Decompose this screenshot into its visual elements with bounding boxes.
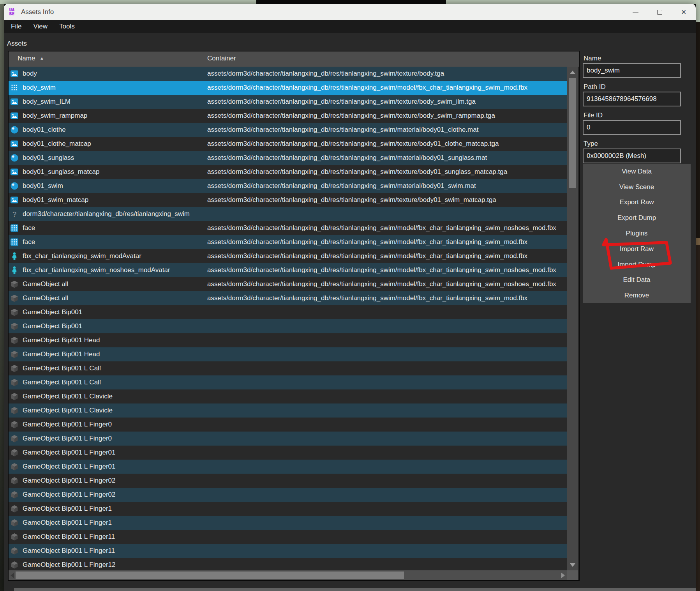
window-bottom-scrollbar[interactable] (14, 588, 696, 591)
table-row[interactable]: GameObject Bip001 L Finger12 (9, 558, 567, 570)
table-row[interactable]: body_swim_rampmap assets/dorm3d/characte… (9, 109, 567, 123)
table-row[interactable]: GameObject Bip001 L Finger01 (9, 446, 567, 460)
table-row[interactable]: body assets/dorm3d/character/tianlangxin… (9, 67, 567, 81)
table-row[interactable]: fbx_char_tianlangxing_swim_modAvatar ass… (9, 249, 567, 263)
table-row[interactable]: body_swim assets/dorm3d/character/tianla… (9, 81, 567, 95)
menu-view[interactable]: View (31, 22, 49, 31)
type-input[interactable] (583, 149, 681, 163)
gameobject-cube-icon (10, 518, 19, 527)
table-row[interactable]: GameObject Bip001 L Finger1 (9, 502, 567, 516)
plugins-button[interactable]: Plugins (583, 226, 691, 241)
field-group-type: Type (583, 140, 681, 163)
export-raw-button[interactable]: Export Raw (583, 195, 691, 211)
gameobject-cube-icon (10, 448, 19, 457)
remove-button[interactable]: Remove (583, 288, 691, 303)
table-row[interactable]: GameObject Bip001 Head (9, 333, 567, 347)
table-row[interactable]: face assets/dorm3d/character/tianlangxin… (9, 221, 567, 235)
gameobject-cube-icon (10, 547, 19, 555)
asset-name: body01_swim (23, 179, 63, 193)
menu-file[interactable]: File (9, 22, 23, 31)
table-row[interactable]: body01_clothe_matcap assets/dorm3d/chara… (9, 137, 567, 151)
gameobject-cube-icon (10, 490, 19, 499)
maximize-button[interactable] (647, 4, 672, 20)
edit-data-button[interactable]: Edit Data (583, 272, 691, 288)
table-row[interactable]: GameObject Bip001 (9, 305, 567, 319)
minimize-icon (633, 12, 638, 12)
table-row[interactable]: body01_sunglass_matcap assets/dorm3d/cha… (9, 165, 567, 179)
asset-name: fbx_char_tianlangxing_swim_modAvatar (23, 249, 141, 263)
table-row[interactable]: ? dorm3d/character/tianlangxing_db/res/t… (9, 207, 567, 221)
table-row[interactable]: GameObject Bip001 L Finger02 (9, 474, 567, 488)
table-row[interactable]: GameObject Bip001 L Finger0 (9, 432, 567, 446)
table-row[interactable]: GameObject Bip001 L Finger1 (9, 516, 567, 530)
gameobject-cube-icon (10, 336, 19, 345)
view-scene-button[interactable]: View Scene (583, 179, 691, 195)
vertical-scrollbar-thumb[interactable] (569, 78, 576, 188)
asset-name: body (23, 67, 37, 81)
table-row[interactable]: body01_swim assets/dorm3d/character/tian… (9, 179, 567, 193)
column-header-name[interactable]: Name (18, 55, 35, 62)
table-row[interactable]: GameObject Bip001 L Finger11 (9, 544, 567, 558)
asset-name: body_swim_ILM (23, 95, 71, 109)
desktop-background-right (696, 4, 700, 591)
menu-tools[interactable]: Tools (57, 22, 77, 31)
table-row[interactable]: GameObject all assets/dorm3d/character/t… (9, 277, 567, 291)
gameobject-cube-icon (10, 434, 19, 443)
table-row[interactable]: GameObject Bip001 L Clavicle (9, 389, 567, 403)
asset-name: body01_sunglass_matcap (23, 165, 100, 179)
export-dump-button[interactable]: Export Dump (583, 210, 691, 226)
view-data-button[interactable]: View Data (583, 164, 691, 179)
table-row[interactable]: face assets/dorm3d/character/tianlangxin… (9, 235, 567, 249)
table-row[interactable]: GameObject Bip001 Head (9, 347, 567, 361)
table-row[interactable]: GameObject Bip001 L Finger01 (9, 460, 567, 474)
column-header-container[interactable]: Container (207, 55, 236, 62)
texture-image-icon (10, 168, 19, 176)
table-row[interactable]: body01_swim_matcap assets/dorm3d/charact… (9, 193, 567, 207)
table-row[interactable]: GameObject Bip001 L Finger0 (9, 418, 567, 432)
vertical-scrollbar[interactable] (567, 67, 578, 570)
field-label: Name (584, 55, 681, 63)
import-raw-button[interactable]: Import Raw (583, 241, 691, 257)
table-row[interactable]: GameObject Bip001 L Calf (9, 361, 567, 375)
table-row[interactable]: fbx_char_tianlangxing_swim_noshoes_modAv… (9, 263, 567, 277)
table-row[interactable]: GameObject Bip001 L Finger11 (9, 530, 567, 544)
import-dump-button[interactable]: Import Dump (583, 257, 691, 272)
table-row[interactable]: GameObject all assets/dorm3d/character/t… (9, 291, 567, 305)
horizontal-scrollbar-thumb[interactable] (16, 572, 404, 579)
horizontal-scrollbar[interactable] (9, 570, 567, 580)
svg-text:?: ? (12, 210, 17, 218)
table-header: Name ▲ Container (9, 51, 579, 67)
asset-name: body_swim_rampmap (23, 109, 87, 123)
table-row[interactable]: body_swim_ILM assets/dorm3d/character/ti… (9, 95, 567, 109)
table-row[interactable]: GameObject Bip001 (9, 319, 567, 333)
minimize-button[interactable] (623, 4, 647, 20)
app-icon-line2: BE (9, 12, 15, 16)
asset-container: assets/dorm3d/character/tianlangxing_db/… (207, 179, 476, 193)
scroll-left-button[interactable] (9, 570, 16, 580)
table-row[interactable]: GameObject Bip001 L Calf (9, 375, 567, 389)
gameobject-cube-icon (10, 322, 19, 331)
close-button[interactable]: ✕ (672, 4, 696, 20)
asset-name: body01_clothe_matcap (23, 137, 91, 151)
scroll-up-button[interactable] (567, 67, 578, 78)
asset-container: assets/dorm3d/character/tianlangxing_db/… (207, 221, 556, 235)
file-id-input[interactable] (583, 120, 681, 135)
path-id-input[interactable] (583, 92, 681, 106)
asset-name: GameObject all (23, 277, 68, 291)
scroll-right-button[interactable] (559, 570, 566, 580)
table-row[interactable]: body01_clothe assets/dorm3d/character/ti… (9, 123, 567, 137)
name-input[interactable] (583, 63, 681, 78)
header-separator (204, 52, 204, 66)
table-row[interactable]: GameObject Bip001 L Clavicle (9, 403, 567, 418)
material-sphere-icon (10, 154, 19, 162)
table-row[interactable]: body01_sunglass assets/dorm3d/character/… (9, 151, 567, 165)
asset-container: assets/dorm3d/character/tianlangxing_db/… (207, 151, 487, 165)
header-separator (15, 52, 15, 66)
scroll-down-button[interactable] (567, 559, 578, 570)
table-row[interactable]: GameObject Bip001 L Finger02 (9, 488, 567, 502)
gameobject-cube-icon (10, 504, 19, 513)
field-group-path-id: Path ID (583, 83, 681, 106)
assets-info-window: UA BE Assets Info ✕ File View Tools Asse… (4, 4, 696, 591)
asset-name: GameObject Bip001 (23, 319, 82, 333)
field-group-file-id: File ID (583, 111, 681, 135)
